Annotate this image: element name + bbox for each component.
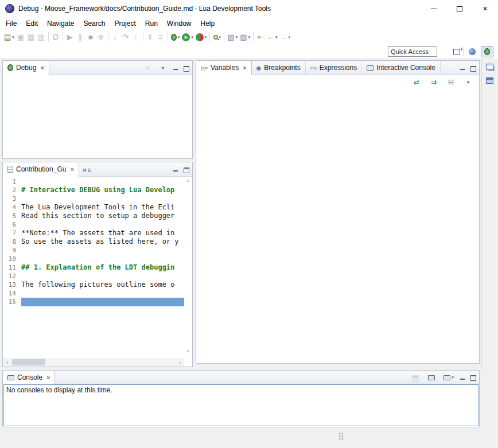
minimized-view-icon[interactable] [486, 77, 493, 84]
console-body[interactable]: No consoles to display at this time. [3, 384, 478, 426]
dropdown-arrow-icon[interactable]: ▾ [205, 35, 207, 40]
maximize-view-button[interactable] [470, 65, 476, 71]
show-logical-structure-icon[interactable]: ⇉ [429, 76, 439, 88]
minimize-view-button[interactable] [173, 167, 178, 172]
tab-console[interactable]: Console × [3, 371, 55, 384]
title-bar: Debug - Moose_Framework/docs/Contributio… [0, 0, 498, 17]
quick-access-input[interactable]: Quick Access [388, 46, 437, 57]
maximize-view-button[interactable] [470, 375, 476, 380]
last-edit-location-button[interactable]: ⇤ [255, 31, 266, 44]
save-all-button[interactable]: ▦ [26, 31, 36, 44]
dropdown-arrow-icon[interactable]: ▾ [178, 35, 180, 40]
close-window-button[interactable]: × [472, 0, 498, 17]
search-button[interactable]: ▾ [212, 31, 222, 44]
menu-help[interactable]: Help [196, 18, 220, 29]
debug-button[interactable]: ▾ [170, 31, 181, 44]
editor-lines: 12# Interactive DEBUG using Lua Develop3… [3, 177, 184, 358]
line-text: **Note:** The assets that are used in [21, 229, 184, 237]
print-button[interactable]: ▥ [36, 31, 46, 44]
restore-view-icon[interactable] [486, 64, 493, 70]
close-icon[interactable]: × [40, 64, 44, 71]
step-into-button[interactable]: ↓ [110, 31, 120, 44]
drop-to-frame-button[interactable]: ⇓ [145, 31, 155, 44]
editor-body[interactable]: 12# Interactive DEBUG using Lua Develop3… [3, 177, 192, 367]
display-console-icon[interactable] [426, 371, 437, 384]
step-into-icon: ↓ [114, 33, 118, 41]
close-icon[interactable]: × [243, 64, 246, 71]
dropdown-arrow-icon[interactable]: ▾ [289, 35, 291, 40]
dropdown-arrow-icon[interactable]: ▾ [12, 35, 14, 40]
scrollbar-thumb[interactable] [12, 359, 45, 365]
tab-contribution-guide[interactable]: Contribution_Gu × [3, 162, 79, 176]
tab-debug[interactable]: Debug × [3, 61, 49, 75]
tab-expressions[interactable]: x+yExpressions [306, 61, 363, 75]
dropdown-arrow-icon[interactable]: ▾ [275, 35, 278, 40]
new-button[interactable]: ▤▾ [3, 31, 15, 44]
markdown-file-icon [7, 166, 13, 173]
collapse-all-icon[interactable]: ⊟ [446, 76, 456, 88]
open-console-icon[interactable]: ▾ [442, 371, 455, 384]
scroll-up-icon[interactable]: ▲ [184, 178, 192, 186]
minimize-view-button[interactable] [173, 65, 178, 71]
suspend-button[interactable]: ∥ [75, 31, 85, 44]
menu-search[interactable]: Search [79, 18, 110, 29]
new-wizard-button[interactable]: ▧▾ [226, 31, 239, 44]
save-button[interactable]: ▣ [15, 31, 26, 44]
back-icon: ← [267, 33, 274, 41]
menu-run[interactable]: Run [141, 18, 162, 29]
remove-all-terminated-icon[interactable]: × [142, 62, 153, 75]
run-button[interactable]: ▶▾ [181, 31, 194, 44]
debug-view-body[interactable] [3, 75, 192, 158]
sash-handle[interactable] [339, 433, 344, 440]
forward-button[interactable]: →▾ [279, 31, 292, 44]
scroll-down-icon[interactable]: ▼ [184, 349, 192, 357]
dropdown-arrow-icon[interactable]: ▾ [219, 35, 221, 40]
editor-vertical-scrollbar[interactable]: ▲ ▼ [184, 177, 192, 358]
scroll-left-icon[interactable]: ‹ [3, 358, 11, 367]
view-menu-icon[interactable]: ▼ [158, 62, 168, 75]
minimize-view-button[interactable] [460, 65, 465, 71]
resume-button[interactable]: ▶ [65, 31, 75, 44]
editor-tab-overflow[interactable]: » 5 [79, 162, 94, 176]
show-type-names-icon[interactable]: ⇄ [411, 76, 422, 88]
scroll-right-icon[interactable]: › [176, 358, 184, 367]
minimize-view-button[interactable] [460, 375, 465, 380]
step-return-button[interactable]: ↑ [131, 31, 141, 44]
tab-variables[interactable]: (x)=Variables× [196, 61, 252, 75]
close-icon[interactable]: × [70, 166, 73, 173]
use-step-filters-button[interactable]: ≡ [155, 31, 166, 44]
step-over-button[interactable]: ↷ [120, 31, 131, 44]
dropdown-arrow-icon[interactable]: ▾ [236, 35, 238, 40]
maximize-view-button[interactable] [184, 167, 189, 173]
pin-console-icon[interactable]: ▤ [410, 371, 421, 384]
console-toolbar: ▤▾ [410, 371, 455, 384]
coverage-button[interactable]: ▾ [194, 31, 208, 44]
menu-edit[interactable]: Edit [21, 18, 42, 29]
dropdown-arrow-icon[interactable]: ▾ [191, 35, 193, 40]
dropdown-arrow-icon[interactable]: ▾ [452, 375, 454, 380]
ldt-perspective-button[interactable] [466, 46, 478, 57]
menu-project[interactable]: Project [110, 18, 140, 29]
minimize-window-button[interactable] [421, 0, 446, 17]
variables-body[interactable] [196, 89, 479, 363]
tab-breakpoints[interactable]: ◉Breakpoints [252, 61, 306, 75]
editor-horizontal-scrollbar[interactable]: ‹ › [3, 358, 184, 367]
open-perspective-button[interactable] [450, 46, 463, 57]
disconnect-button[interactable]: ⊗ [96, 31, 106, 44]
tab-interactive-console[interactable]: Interactive Console [362, 61, 441, 75]
open-element-button[interactable]: ▨▾ [239, 31, 251, 44]
maximize-view-button[interactable] [184, 65, 189, 71]
menu-window[interactable]: Window [162, 18, 196, 29]
close-icon[interactable]: × [46, 374, 50, 381]
maximize-window-button[interactable] [446, 0, 472, 17]
variables-panel: (x)=Variables×◉Breakpointsx+yExpressions… [196, 60, 480, 364]
dropdown-arrow-icon[interactable]: ▾ [248, 35, 250, 40]
skip-all-breakpoints-button[interactable]: ∅ [50, 31, 61, 44]
menu-file[interactable]: File [1, 18, 21, 29]
print-icon: ▥ [38, 33, 45, 41]
view-menu-icon[interactable]: ▼ [463, 76, 473, 88]
terminate-button[interactable]: ■ [85, 31, 96, 44]
menu-navigate[interactable]: Navigate [42, 18, 79, 29]
back-button[interactable]: ←▾ [266, 31, 279, 44]
debug-perspective-button[interactable] [481, 46, 493, 57]
